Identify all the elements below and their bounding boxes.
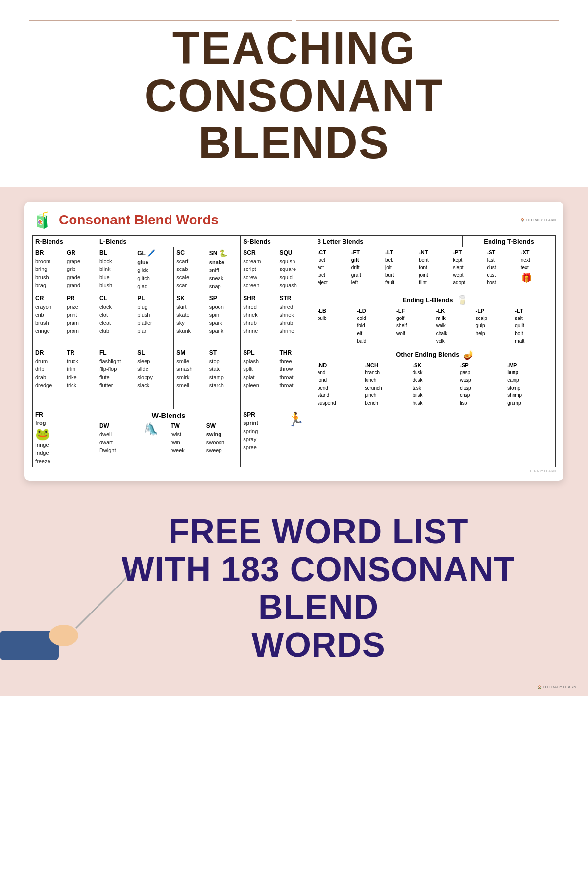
- l-blends-blgl: BL block blink blue blush GL 🖊️ glue gli…: [97, 247, 173, 293]
- empty-cell: [315, 409, 555, 467]
- r-blends-brgr: BR broom bring brush brag GR grape grip …: [33, 247, 97, 293]
- 3letter-scrsqu: SCR scream script screw screen SQU squis…: [241, 247, 315, 293]
- s-blends-spr: SPR sprint spring spray spree 🏃: [241, 409, 315, 467]
- 3letter-header: 3 Letter Blends: [315, 235, 463, 247]
- divider-left: [29, 20, 292, 21]
- w-blends-cell: W-Blends DW dwell dwarf Dwight 🛝: [97, 409, 240, 467]
- blend-row-1: BR broom bring brush brag GR grape grip …: [33, 247, 556, 293]
- s-blends-smst: SM smile smash smirk smell ST stop state…: [174, 347, 241, 409]
- l-blends-header: L-Blends: [97, 235, 240, 247]
- r-blends-header: R-Blends: [33, 235, 97, 247]
- ending-t-blends-cell: -CT fact act tact eject -FT gift drift g…: [315, 247, 555, 293]
- main-title: TEACHING CONSONANT BLENDS: [29, 24, 559, 167]
- divider-right: [296, 20, 559, 21]
- r-blends-fr: FR frog 🐸 fringe fridge freeze: [33, 409, 97, 467]
- 3letter-splthr: SPL splash split splat spleen THR three …: [241, 347, 315, 409]
- s-blends-sksp: SK skirt skate sky skunk SP spoon spin s…: [174, 293, 241, 347]
- card-header: 🧃 Consonant Blend Words 🏠 LITERACY LEARN: [32, 211, 556, 229]
- s-blends-header: S-Blends: [241, 235, 315, 247]
- r-blends-drtr: DR drum drip drab dredge TR truck trim t…: [33, 347, 97, 409]
- l-blends-clpl: CL clock clot cleat club PL plug plush p…: [97, 293, 173, 347]
- blend-row-3: DR drum drip drab dredge TR truck trim t…: [33, 347, 556, 409]
- middle-section: 🧃 Consonant Blend Words 🏠 LITERACY LEARN…: [0, 187, 588, 491]
- bottom-title-line2: WITH 183 CONSONANT BLEND: [69, 551, 568, 626]
- bottom-title-line1: FREE WORD LIST: [69, 513, 568, 551]
- blend-row-2: CR crayon crib brush cringe PR prize pri…: [33, 293, 556, 347]
- 3letter-shrstr: SHR shred shriek shrub shrine STR shred …: [241, 293, 315, 347]
- blend-row-4: FR frog 🐸 fringe fridge freeze W-Blends: [33, 409, 556, 467]
- r-blends-crpr: CR crayon crib brush cringe PR prize pri…: [33, 293, 97, 347]
- blender-icon: 🧃: [32, 211, 52, 229]
- card: 🧃 Consonant Blend Words 🏠 LITERACY LEARN…: [24, 202, 564, 481]
- divider-left-2: [29, 172, 292, 172]
- bottom-title-line3: WORDS: [69, 626, 568, 664]
- ending-t-header: Ending T-Blends: [463, 235, 556, 247]
- watermark-bottom-right: 🏠 LITERACY LEARN: [537, 685, 576, 689]
- card-footer: LITERACY LEARN: [32, 469, 556, 473]
- ending-l-blends-cell: Ending L-Blends 🥛 -LB bulb -LD cold fold: [315, 293, 555, 347]
- s-blends-scsn: SC scarf scab scale scar SN 🐍 snake snif…: [174, 247, 241, 293]
- literacy-learn-logo: 🏠 LITERACY LEARN: [520, 218, 556, 222]
- other-ending-blends-cell: Other Ending Blends 🪔 -ND and fond bend …: [315, 347, 555, 409]
- blend-table: R-Blends L-Blends S-Blends 3 Letter Blen…: [32, 235, 556, 468]
- bottom-text: FREE WORD LIST WITH 183 CONSONANT BLEND …: [20, 513, 568, 664]
- divider-right-2: [296, 172, 559, 172]
- card-title: Consonant Blend Words: [59, 212, 219, 228]
- top-section: TEACHING CONSONANT BLENDS: [0, 0, 588, 187]
- l-blends-flsl: FL flashlight flip-flop flute flutter SL…: [97, 347, 173, 409]
- bottom-section: FREE WORD LIST WITH 183 CONSONANT BLEND …: [0, 490, 588, 696]
